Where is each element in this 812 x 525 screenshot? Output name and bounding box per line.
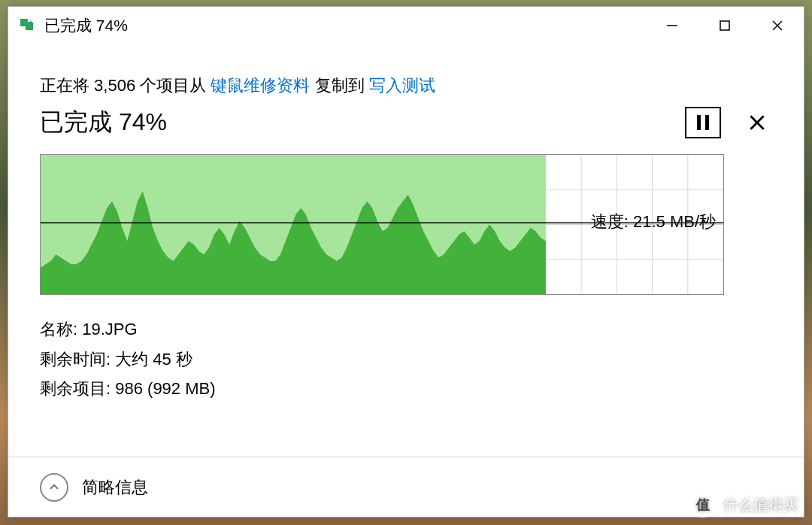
operation-middle: 复制到: [310, 76, 368, 95]
titlebar: 已完成 74%: [8, 7, 804, 44]
cancel-button[interactable]: [742, 108, 772, 138]
source-link[interactable]: 键鼠维修资料: [211, 76, 310, 95]
toggle-details-label[interactable]: 简略信息: [82, 476, 148, 499]
window-title: 已完成 74%: [44, 15, 128, 36]
minimize-button[interactable]: [646, 7, 698, 44]
detail-items: 剩余项目: 986 (992 MB): [40, 374, 772, 404]
svg-rect-1: [720, 21, 729, 30]
chevron-up-icon: [48, 481, 60, 493]
window-controls: [646, 7, 804, 44]
detail-name: 名称: 19.JPG: [40, 314, 772, 344]
watermark-text: 什么值得买: [723, 495, 798, 515]
operation-prefix: 正在将 3,506 个项目从: [40, 76, 211, 95]
progress-row: 已完成 74%: [40, 106, 772, 139]
watermark-badge: 值: [690, 492, 716, 517]
dialog-footer: 简略信息: [8, 457, 804, 517]
transfer-speed-chart: 速度: 21.5 MB/秒: [40, 154, 724, 295]
transfer-details: 名称: 19.JPG 剩余时间: 大约 45 秒 剩余项目: 986 (992 …: [40, 314, 772, 404]
close-button[interactable]: [751, 7, 804, 44]
copy-operation-icon: [20, 19, 34, 32]
pause-button[interactable]: [685, 107, 721, 138]
detail-time: 剩余时间: 大约 45 秒: [40, 344, 772, 375]
close-icon: [747, 113, 767, 132]
speed-value: 21.5 MB/秒: [633, 212, 716, 231]
file-copy-dialog: 已完成 74% 正在将 3,506 个项目从 键鼠维修资料 复制到 写入测试 已…: [8, 6, 804, 517]
speed-prefix: 速度:: [591, 212, 633, 231]
pause-icon: [697, 115, 709, 130]
operation-description: 正在将 3,506 个项目从 键鼠维修资料 复制到 写入测试: [40, 74, 772, 97]
maximize-button[interactable]: [698, 7, 751, 44]
collapse-details-button[interactable]: [40, 473, 68, 502]
progress-label: 已完成 74%: [40, 106, 167, 139]
speed-label: 速度: 21.5 MB/秒: [589, 209, 717, 235]
dialog-content: 正在将 3,506 个项目从 键鼠维修资料 复制到 写入测试 已完成 74% 速…: [8, 44, 804, 457]
watermark: 值 什么值得买: [690, 492, 798, 517]
destination-link[interactable]: 写入测试: [369, 76, 435, 95]
